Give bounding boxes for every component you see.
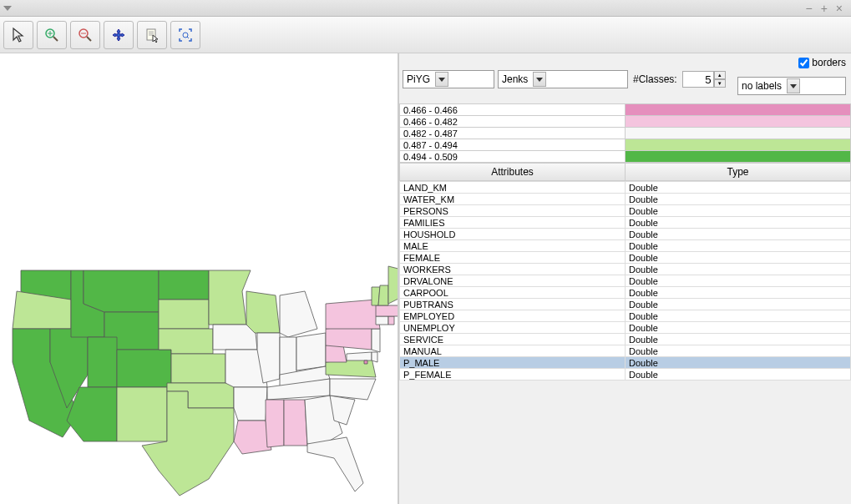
stepper-down[interactable]: ▼ <box>714 79 726 88</box>
legend-row[interactable]: 0.487 - 0.494 <box>400 139 851 151</box>
attribute-name: MANUAL <box>400 345 626 357</box>
close-icon[interactable]: × <box>836 2 843 15</box>
zoom-extent-tool[interactable] <box>170 21 200 49</box>
attribute-type: Double <box>626 229 851 240</box>
num-classes-stepper[interactable]: ▲ ▼ <box>682 71 726 88</box>
maximize-icon[interactable]: + <box>821 2 828 15</box>
state-UT[interactable] <box>88 337 117 387</box>
labels-value: no labels <box>742 80 782 92</box>
attribute-type: Double <box>626 264 851 275</box>
colormap-dropdown[interactable]: PiYG <box>403 70 494 88</box>
table-row[interactable]: MALEDouble <box>400 240 851 252</box>
table-row[interactable]: PUBTRANSDouble <box>400 299 851 310</box>
attribute-type: Double <box>626 322 851 334</box>
state-DC[interactable] <box>364 360 367 364</box>
pointer-tool[interactable] <box>3 21 33 49</box>
state-SD[interactable] <box>159 300 209 329</box>
state-NC[interactable] <box>330 379 376 400</box>
table-row[interactable]: FAMILIESDouble <box>400 217 851 229</box>
attribute-type: Double <box>626 357 851 369</box>
labels-dropdown[interactable]: no labels <box>737 77 846 95</box>
attribute-type: Double <box>626 240 851 252</box>
table-row[interactable]: P_MALEDouble <box>400 357 851 369</box>
attribute-name: PUBTRANS <box>400 299 626 310</box>
legend-row[interactable]: 0.466 - 0.466 <box>400 104 851 116</box>
attribute-name: P_FEMALE <box>400 369 626 381</box>
pan-icon <box>110 27 127 43</box>
state-AL[interactable] <box>284 400 307 446</box>
attributes-scroll[interactable]: LAND_KMDoubleWATER_KMDoublePERSONSDouble… <box>399 181 851 504</box>
state-OH[interactable] <box>296 333 326 370</box>
state-MA[interactable] <box>376 305 398 316</box>
state-MT[interactable] <box>84 270 159 312</box>
chevron-down-icon <box>787 78 800 93</box>
table-row[interactable]: MANUALDouble <box>400 345 851 357</box>
zoom-in-tool[interactable] <box>37 21 67 49</box>
table-row[interactable]: SERVICEDouble <box>400 334 851 345</box>
attribute-name: FEMALE <box>400 252 626 264</box>
map-view[interactable] <box>0 53 398 504</box>
title-dropdown-icon[interactable] <box>3 6 12 11</box>
state-KS[interactable] <box>171 354 225 383</box>
table-row[interactable]: EMPLOYEDDouble <box>400 310 851 322</box>
state-NH[interactable] <box>378 285 388 305</box>
state-MN[interactable] <box>209 270 251 325</box>
state-FL[interactable] <box>307 437 363 491</box>
stepper-up[interactable]: ▲ <box>714 71 726 79</box>
state-CT[interactable] <box>376 316 388 325</box>
legend-row[interactable]: 0.482 - 0.487 <box>400 128 851 139</box>
attribute-type: Double <box>626 310 851 322</box>
minimize-icon[interactable]: − <box>805 2 812 15</box>
pointer-icon <box>10 27 27 43</box>
state-NJ[interactable] <box>372 329 380 352</box>
attribute-type: Double <box>626 252 851 264</box>
table-row[interactable]: P_FEMALEDouble <box>400 369 851 381</box>
table-row[interactable]: DRVALONEDouble <box>400 275 851 287</box>
state-DE[interactable] <box>372 352 377 362</box>
state-MD[interactable] <box>347 352 372 360</box>
attribute-type: Double <box>626 369 851 381</box>
num-classes-input[interactable] <box>682 71 714 88</box>
chevron-down-icon <box>435 72 448 87</box>
legend-row[interactable]: 0.494 - 0.509 <box>400 151 851 163</box>
legend-swatch <box>626 151 851 163</box>
attributes-col-header[interactable]: Attributes <box>400 164 626 180</box>
state-ND[interactable] <box>159 270 209 300</box>
legend-row[interactable]: 0.466 - 0.482 <box>400 116 851 128</box>
svg-line-5 <box>87 37 91 41</box>
zoom-out-tool[interactable] <box>70 21 100 49</box>
table-row[interactable]: WATER_KMDouble <box>400 194 851 205</box>
table-row[interactable]: LAND_KMDouble <box>400 182 851 194</box>
table-row[interactable]: UNEMPLOYDouble <box>400 322 851 334</box>
info-icon <box>144 27 160 43</box>
window-titlebar: − + × <box>0 0 851 17</box>
borders-checkbox[interactable]: borders <box>798 57 846 68</box>
table-row[interactable]: FEMALEDouble <box>400 252 851 264</box>
state-CO[interactable] <box>117 350 171 387</box>
classification-dropdown[interactable]: Jenks <box>498 70 628 88</box>
attributes-header: Attributes Type <box>399 163 851 181</box>
table-row[interactable]: PERSONSDouble <box>400 205 851 217</box>
style-panel: PiYG Jenks #Classes: ▲ ▼ borders no labe <box>398 53 851 504</box>
state-AR[interactable] <box>234 387 267 421</box>
state-WI[interactable] <box>246 291 280 333</box>
info-tool[interactable] <box>137 21 167 49</box>
type-col-header[interactable]: Type <box>626 164 850 180</box>
state-RI[interactable] <box>388 316 394 325</box>
table-row[interactable]: WORKERSDouble <box>400 264 851 275</box>
chevron-down-icon <box>533 72 546 87</box>
num-classes-label: #Classes: <box>631 73 679 85</box>
state-NM[interactable] <box>117 387 167 441</box>
attribute-type: Double <box>626 194 851 205</box>
legend-swatch <box>626 116 851 128</box>
state-MS[interactable] <box>266 400 284 447</box>
classification-value: Jenks <box>502 73 528 85</box>
attribute-name: WATER_KM <box>400 194 626 205</box>
borders-checkbox-input[interactable] <box>798 58 809 68</box>
table-row[interactable]: CARPOOLDouble <box>400 287 851 299</box>
state-MI[interactable] <box>280 291 317 337</box>
state-ME[interactable] <box>388 266 398 304</box>
attribute-name: DRVALONE <box>400 275 626 287</box>
pan-tool[interactable] <box>104 21 134 49</box>
table-row[interactable]: HOUSHOLDDouble <box>400 229 851 240</box>
